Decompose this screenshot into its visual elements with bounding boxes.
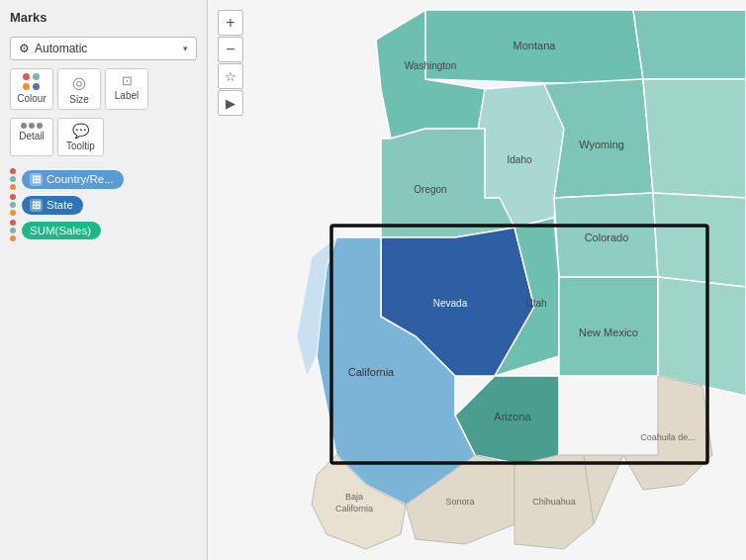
field-row-state: ⊞ State (10, 194, 197, 216)
svg-text:Nevada: Nevada (433, 298, 468, 309)
svg-text:Montana: Montana (513, 40, 557, 51)
panel-title: Marks (10, 10, 197, 29)
marks-type-icon: ⚙ (19, 42, 30, 55)
svg-text:Washington: Washington (405, 60, 456, 71)
detail-label: Detail (19, 131, 45, 141)
state-pill-label: State (47, 199, 73, 211)
svg-text:New Mexico: New Mexico (579, 327, 638, 338)
marks-icon-row-2: Detail 💬 Tooltip (10, 118, 197, 156)
colour-label: Colour (17, 93, 46, 104)
map-controls: + − ☆ ▶ (218, 10, 243, 116)
colour-icon (23, 73, 41, 91)
detail-button[interactable]: Detail (10, 118, 53, 156)
field-dots-sales (10, 220, 16, 241)
size-label: Size (69, 94, 88, 105)
colour-button[interactable]: Colour (10, 68, 53, 110)
country-pill-label: Country/Re... (47, 173, 114, 185)
label-label: Label (115, 90, 139, 101)
zoom-in-button[interactable]: + (218, 10, 243, 36)
marks-type-dropdown[interactable]: ⚙ Automatic ▾ (10, 37, 197, 60)
dropdown-arrow-icon: ▾ (183, 44, 188, 53)
zoom-out-button[interactable]: − (218, 37, 243, 62)
field-dots-country (10, 168, 16, 190)
field-row-sales: SUM(Sales) (10, 220, 197, 241)
tooltip-button[interactable]: 💬 Tooltip (57, 118, 104, 156)
country-field-pill[interactable]: ⊞ Country/Re... (22, 170, 124, 189)
svg-text:Colorado: Colorado (585, 232, 629, 243)
field-list: ⊞ Country/Re... ⊞ State SU (10, 168, 197, 241)
svg-text:Sonora: Sonora (445, 497, 474, 507)
marks-icon-row-1: Colour ◎ Size ⊡ Label (10, 68, 197, 110)
svg-text:Wyoming: Wyoming (579, 139, 624, 150)
sales-pill-label: SUM(Sales) (30, 225, 91, 236)
country-pill-icon: ⊞ (30, 173, 43, 186)
marks-type-dropdown-row: ⚙ Automatic ▾ (10, 37, 197, 60)
size-icon: ◎ (72, 73, 86, 92)
svg-text:Idaho: Idaho (507, 154, 531, 165)
svg-text:Chihuahua: Chihuahua (532, 497, 576, 507)
map-svg: Montana Washington Idaho Oregon Wyoming … (208, 0, 746, 560)
svg-text:Oregon: Oregon (414, 184, 446, 195)
marks-type-label: Automatic (35, 42, 87, 55)
map-area[interactable]: + − ☆ ▶ Montana Washington Idaho Oregon … (208, 0, 746, 560)
state-pill-icon: ⊞ (30, 199, 43, 212)
svg-text:Coahuila de...: Coahuila de... (640, 432, 696, 442)
field-dots-state (10, 194, 16, 216)
tooltip-label: Tooltip (66, 140, 95, 151)
label-button[interactable]: ⊡ Label (105, 68, 148, 110)
svg-text:Utah: Utah (525, 298, 546, 309)
detail-icon (21, 123, 43, 129)
svg-text:Arizona: Arizona (494, 411, 531, 422)
field-row-country: ⊞ Country/Re... (10, 168, 197, 190)
label-icon: ⊡ (122, 73, 133, 88)
pin-button[interactable]: ☆ (218, 63, 243, 89)
marks-panel: Marks ⚙ Automatic ▾ Colour ◎ Size ⊡ Labe… (0, 0, 208, 560)
pan-button[interactable]: ▶ (218, 90, 243, 116)
svg-text:California: California (335, 504, 373, 513)
size-button[interactable]: ◎ Size (57, 68, 101, 110)
svg-text:Baja: Baja (345, 492, 363, 502)
sales-field-pill[interactable]: SUM(Sales) (22, 222, 101, 239)
state-field-pill[interactable]: ⊞ State (22, 196, 83, 215)
svg-text:California: California (348, 366, 395, 378)
tooltip-icon: 💬 (72, 123, 89, 139)
